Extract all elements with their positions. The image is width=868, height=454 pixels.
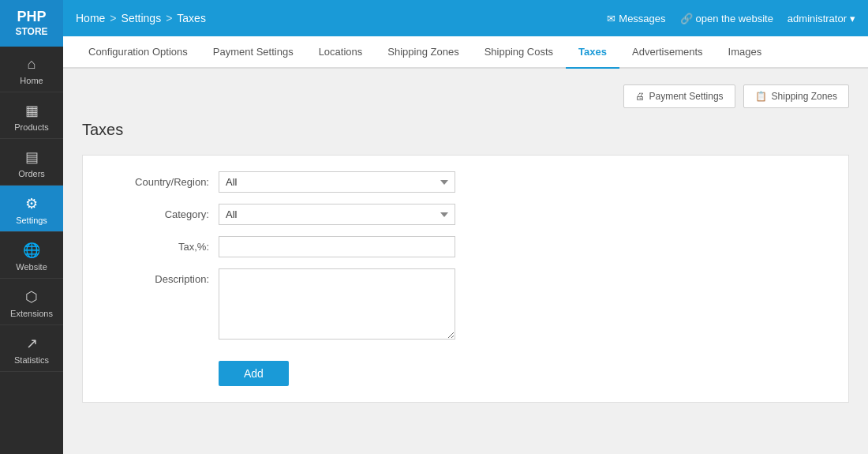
description-textarea[interactable] — [219, 268, 455, 340]
sidebar-item-label: Home — [20, 76, 43, 85]
admin-menu[interactable]: administrator ▾ — [788, 13, 855, 24]
breadcrumb-settings[interactable]: Settings — [122, 12, 162, 24]
tab-locations[interactable]: Locations — [306, 36, 376, 69]
tab-advertisements[interactable]: Advertisements — [619, 36, 716, 69]
sidebar: PHP STORE ⌂ Home ▦ Products ▤ Orders ⚙ S… — [0, 0, 63, 454]
page-title: Taxes — [82, 121, 849, 139]
breadcrumb-home[interactable]: Home — [76, 12, 105, 24]
description-row: Description: — [99, 268, 832, 342]
logo-php: PHP — [0, 8, 63, 26]
sidebar-logo: PHP STORE — [0, 0, 63, 47]
settings-icon: ⚙ — [25, 195, 38, 212]
statistics-icon: ↗ — [26, 335, 38, 352]
tab-shipping-costs[interactable]: Shipping Costs — [472, 36, 566, 69]
top-buttons: 🖨 Payment Settings 📋 Shipping Zones — [82, 84, 849, 108]
tax-control — [219, 236, 455, 257]
payment-settings-button[interactable]: 🖨 Payment Settings — [623, 84, 735, 108]
tab-shipping-zones[interactable]: Shipping Zones — [375, 36, 471, 69]
add-button[interactable]: Add — [219, 361, 289, 386]
shipping-zones-btn-label: Shipping Zones — [772, 91, 837, 102]
tab-images[interactable]: Images — [716, 36, 775, 69]
tab-configuration-options[interactable]: Configuration Options — [76, 36, 200, 69]
admin-label: administrator — [788, 13, 847, 24]
sidebar-item-orders[interactable]: ▤ Orders — [0, 139, 63, 186]
sidebar-item-label: Settings — [16, 216, 47, 225]
country-region-select[interactable]: All — [219, 171, 455, 193]
tax-label: Tax,%: — [99, 236, 209, 253]
category-row: Category: All — [99, 204, 832, 225]
country-region-row: Country/Region: All — [99, 171, 832, 193]
sidebar-item-products[interactable]: ▦ Products — [0, 92, 63, 139]
payment-settings-btn-label: Payment Settings — [649, 91, 724, 102]
tab-payment-settings[interactable]: Payment Settings — [200, 36, 306, 69]
tax-row: Tax,%: — [99, 236, 832, 257]
description-control — [219, 268, 455, 342]
messages-link[interactable]: ✉ Messages — [607, 13, 665, 24]
chevron-down-icon: ▾ — [850, 13, 855, 24]
payment-settings-icon: 🖨 — [635, 91, 645, 102]
messages-label: Messages — [619, 13, 665, 24]
sidebar-item-label: Orders — [18, 169, 45, 178]
topnav-right: ✉ Messages 🔗 open the website administra… — [607, 13, 855, 24]
products-icon: ▦ — [25, 102, 39, 119]
open-website-link[interactable]: 🔗 open the website — [680, 13, 773, 24]
sidebar-item-label: Website — [16, 262, 47, 272]
taxes-form: Country/Region: All Category: All — [82, 155, 849, 403]
topnav: Home > Settings > Taxes ✉ Messages 🔗 ope… — [63, 0, 868, 36]
sidebar-item-label: Extensions — [10, 309, 53, 318]
sidebar-item-extensions[interactable]: ⬡ Extensions — [0, 279, 63, 325]
logo-store: STORE — [0, 26, 63, 39]
website-icon: 🌐 — [23, 242, 40, 259]
messages-icon: ✉ — [607, 13, 615, 24]
home-icon: ⌂ — [28, 56, 36, 73]
tax-input[interactable] — [219, 236, 455, 257]
sidebar-item-statistics[interactable]: ↗ Statistics — [0, 325, 63, 372]
sidebar-item-home[interactable]: ⌂ Home — [0, 47, 63, 92]
orders-icon: ▤ — [25, 148, 39, 166]
category-select[interactable]: All — [219, 204, 455, 225]
sidebar-item-label: Products — [14, 122, 48, 132]
tab-taxes[interactable]: Taxes — [566, 36, 619, 69]
country-region-label: Country/Region: — [99, 171, 209, 188]
content: Configuration Options Payment Settings L… — [63, 36, 868, 454]
breadcrumb-sep2: > — [166, 12, 172, 24]
category-control: All — [219, 204, 455, 225]
shipping-zones-icon: 📋 — [755, 91, 767, 102]
breadcrumb: Home > Settings > Taxes — [76, 12, 602, 24]
sidebar-item-website[interactable]: 🌐 Website — [0, 232, 63, 279]
sidebar-item-settings[interactable]: ⚙ Settings — [0, 186, 63, 232]
description-label: Description: — [99, 268, 209, 285]
country-region-control: All — [219, 171, 455, 193]
content-body: 🖨 Payment Settings 📋 Shipping Zones Taxe… — [63, 69, 868, 418]
shipping-zones-button[interactable]: 📋 Shipping Zones — [743, 84, 849, 108]
tabs-bar: Configuration Options Payment Settings L… — [63, 36, 868, 69]
breadcrumb-taxes[interactable]: Taxes — [177, 12, 206, 24]
extensions-icon: ⬡ — [25, 288, 38, 306]
sidebar-item-label: Statistics — [14, 355, 49, 365]
main-area: Home > Settings > Taxes ✉ Messages 🔗 ope… — [63, 0, 868, 454]
open-website-label: open the website — [696, 13, 773, 24]
add-button-row: Add — [219, 353, 832, 386]
open-website-icon: 🔗 — [680, 13, 693, 24]
breadcrumb-sep1: > — [110, 12, 116, 24]
category-label: Category: — [99, 204, 209, 220]
